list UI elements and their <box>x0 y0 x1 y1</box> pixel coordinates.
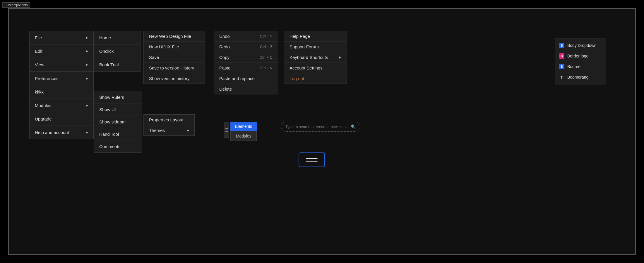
help-menu-panel: Help Page Support Forum Keyboard Shortcu… <box>284 31 347 84</box>
help-item-shortcuts[interactable]: Keyboard Shortcuts ▶ <box>284 52 347 63</box>
menu-item-modules[interactable]: Modules ▶ <box>30 99 93 112</box>
toggle-line-2 <box>225 130 228 130</box>
help-item-logout[interactable]: Log out <box>284 73 347 84</box>
menu-item-view[interactable]: View ▶ <box>30 58 93 72</box>
menu-item-help-account[interactable]: Help and account ▶ <box>30 126 93 139</box>
rect-widget <box>299 152 325 167</box>
props-item-layout[interactable]: Properties Layout <box>144 115 194 125</box>
props-item-themes[interactable]: Themes ▶ <box>144 125 194 135</box>
modules-arrow-icon: ▶ <box>86 103 88 107</box>
component-boomerang[interactable]: T Boomerang <box>555 72 606 82</box>
edit-item-paste[interactable]: Paste Ctrl + V <box>214 63 278 73</box>
tab-toggle-button[interactable] <box>224 122 229 138</box>
file-item-show-history[interactable]: Show version history <box>144 73 205 84</box>
main-menu-panel: File ▶ Edit ▶ View ▶ Preferences ▶ kkkk … <box>29 31 94 139</box>
widget-line-1 <box>306 158 318 159</box>
toggle-line-3 <box>225 131 228 132</box>
component-border-logo[interactable]: B Border logo <box>555 51 606 61</box>
body-dropdown-icon: B <box>559 43 564 48</box>
component-bodree[interactable]: B Bodree <box>555 61 606 72</box>
menu-item-file[interactable]: File ▶ <box>30 31 93 45</box>
file-item-new-uiux[interactable]: New UI/UX File <box>144 42 205 52</box>
bodree-icon: B <box>559 64 564 69</box>
search-input[interactable] <box>285 125 349 129</box>
boomerang-icon: T <box>559 74 564 80</box>
tab-elements[interactable]: Elements <box>230 122 257 131</box>
nav-item-book-trial[interactable]: Book Trial <box>94 58 140 71</box>
menu-item-upgrade[interactable]: Upgrade <box>30 112 93 126</box>
file-item-save[interactable]: Save <box>144 52 205 63</box>
edit-item-delete[interactable]: Delete <box>214 84 278 94</box>
nav-item-onclick[interactable]: Onclick <box>94 45 140 58</box>
widget-line-2 <box>306 161 318 162</box>
view-item-comments[interactable]: Comments <box>94 140 142 152</box>
view-item-sidebar[interactable]: Show sidebar <box>94 116 142 128</box>
toggle-line-1 <box>225 128 228 129</box>
edit-item-paste-replace[interactable]: Paste and replace <box>214 73 278 84</box>
help-item-page[interactable]: Help Page <box>284 31 347 42</box>
shortcuts-arrow-icon: ▶ <box>339 55 341 59</box>
component-body-dropdown[interactable]: B Body Dropdown <box>555 40 606 51</box>
file-item-new-web[interactable]: New Web Design File <box>144 31 205 42</box>
file-arrow-icon: ▶ <box>86 36 88 40</box>
nav-item-home[interactable]: Home <box>94 31 140 45</box>
themes-arrow-icon: ▶ <box>187 128 189 132</box>
edit-item-redo[interactable]: Redo Ctrl + Z <box>214 42 278 52</box>
props-menu-panel: Properties Layout Themes ▶ <box>143 114 195 136</box>
view-arrow-icon: ▶ <box>86 63 88 67</box>
help-item-forum[interactable]: Support Forum <box>284 42 347 52</box>
search-box-container: 🔍 <box>281 122 360 132</box>
border-logo-icon: B <box>559 53 564 59</box>
view-item-ui[interactable]: Show UI <box>94 103 142 116</box>
edit-arrow-icon: ▶ <box>86 49 88 53</box>
menu-item-preferences[interactable]: Preferences ▶ <box>30 72 93 85</box>
tabs-buttons-group: Elements Modules <box>230 122 257 141</box>
menu-item-edit[interactable]: Edit ▶ <box>30 45 93 58</box>
main-container: File ▶ Edit ▶ View ▶ Preferences ▶ kkkk … <box>8 8 636 255</box>
menu-item-kkkk[interactable]: kkkk <box>30 85 93 99</box>
search-icon: 🔍 <box>351 124 356 129</box>
preferences-arrow-icon: ▶ <box>86 77 88 80</box>
file-item-save-version[interactable]: Save to version History <box>144 63 205 73</box>
components-panel: B Body Dropdown B Border logo B Bodree T… <box>555 38 606 84</box>
help-item-account[interactable]: Account Settings <box>284 63 347 73</box>
edit-item-copy[interactable]: Copy Ctrl + C <box>214 52 278 63</box>
search-area: 🔍 <box>281 122 360 132</box>
edit-item-undo[interactable]: Undo Ctrl + Y <box>214 31 278 42</box>
view-item-rulers[interactable]: Show Rulers <box>94 91 142 103</box>
view-item-hand-tool[interactable]: Hand Tool <box>94 128 142 140</box>
view-menu-panel: Show Rulers Show UI Show sidebar Hand To… <box>94 91 142 153</box>
edit-menu-panel: Undo Ctrl + Y Redo Ctrl + Z Copy Ctrl + … <box>214 31 278 94</box>
file-menu-panel: New Web Design File New UI/UX File Save … <box>143 31 205 84</box>
tab-modules[interactable]: Modules <box>230 131 257 141</box>
nav-menu-panel: Home Onclick Book Trial <box>94 31 141 72</box>
subcomponents-label: Subcomponents <box>2 2 30 8</box>
help-arrow-icon: ▶ <box>86 130 88 134</box>
